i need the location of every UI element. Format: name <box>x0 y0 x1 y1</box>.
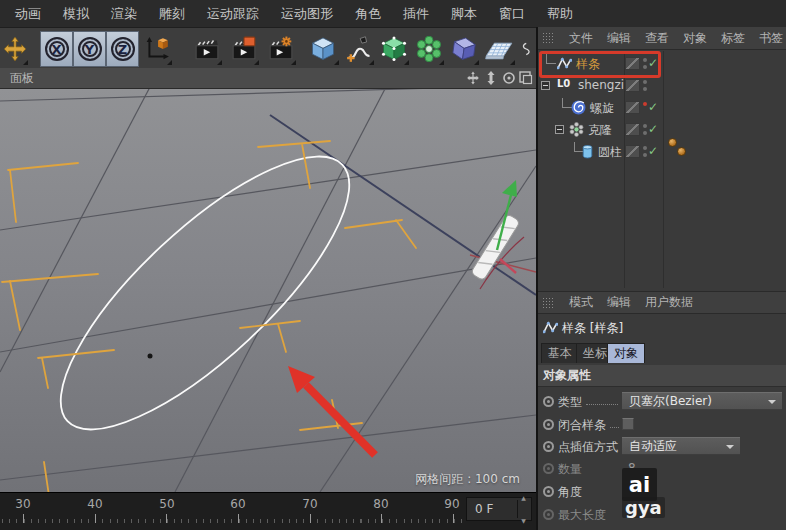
om-menu-tags[interactable]: 标签 <box>721 30 745 47</box>
menu-window[interactable]: 窗口 <box>499 5 525 23</box>
close-spline-checkbox[interactable] <box>622 418 634 430</box>
menu-animate[interactable]: 动画 <box>15 5 41 23</box>
menu-character[interactable]: 角色 <box>355 5 381 23</box>
axis-center-dot <box>148 354 153 359</box>
rope-segment-object[interactable] <box>471 180 524 289</box>
object-label-cylinder[interactable]: 圆柱 <box>598 144 622 161</box>
render-visibility-dot[interactable] <box>643 153 647 157</box>
layer-toggle[interactable] <box>625 123 640 136</box>
object-label-cloner[interactable]: 克隆 <box>588 122 612 139</box>
keyframe-ring-icon[interactable] <box>543 509 554 520</box>
ruler-tick-90: 90 <box>444 497 459 511</box>
bend-deformer-icon[interactable] <box>447 31 480 66</box>
spline-icon <box>543 320 558 335</box>
drag-grip-icon[interactable] <box>542 32 555 44</box>
tab-basic[interactable]: 基本 <box>541 343 579 363</box>
axis-lock-z-button[interactable]: Z <box>106 31 139 67</box>
menu-render[interactable]: 渲染 <box>111 5 137 23</box>
floor-icon[interactable] <box>482 31 516 66</box>
clipped-toolbar-icon[interactable] <box>520 31 535 66</box>
enabled-check-icon[interactable]: ✓ <box>648 122 658 136</box>
add-cube-icon[interactable] <box>306 31 340 66</box>
keyframe-ring-icon[interactable] <box>543 396 554 407</box>
object-label-shengzi[interactable]: shengzi <box>578 78 624 92</box>
attribute-object-title: 样条 [样条] <box>538 315 786 341</box>
axis-lock-y-button[interactable]: Y <box>73 31 106 67</box>
dolly-icon[interactable] <box>484 71 499 86</box>
right-panel: 文件 编辑 查看 对象 标签 书签 样条 ✓ L0 shengzi 螺旋 <box>536 27 786 530</box>
om-menu-objects[interactable]: 对象 <box>683 30 707 47</box>
editor-visibility-dot[interactable] <box>643 146 647 150</box>
coordinate-system-icon[interactable] <box>140 31 173 66</box>
am-menu-edit[interactable]: 编辑 <box>607 294 631 311</box>
maximize-icon[interactable] <box>519 71 534 86</box>
keyframe-ring-icon[interactable] <box>543 486 554 497</box>
layer-toggle[interactable] <box>625 145 640 158</box>
om-menu-bookmarks[interactable]: 书签 <box>759 30 783 47</box>
menu-mograph[interactable]: 运动图形 <box>281 5 333 23</box>
helix-icon <box>571 100 586 115</box>
object-row-cloner[interactable]: 克隆 ✓ <box>538 119 786 141</box>
keyframe-ring-icon[interactable] <box>543 463 554 474</box>
keyframe-ring-icon[interactable] <box>543 441 554 452</box>
annotation-arrow <box>288 366 375 455</box>
editor-visibility-dot[interactable] <box>643 80 647 84</box>
am-menu-mode[interactable]: 模式 <box>569 294 593 311</box>
viewport-title[interactable]: 面板 <box>10 68 34 88</box>
frame-stepper[interactable]: ▲▼ <box>517 500 529 518</box>
pan-icon[interactable] <box>466 71 481 86</box>
menu-help[interactable]: 帮助 <box>547 5 573 23</box>
enabled-check-icon[interactable]: ✓ <box>648 100 658 114</box>
render-visibility-dot[interactable] <box>643 131 647 135</box>
menu-simulate[interactable]: 模拟 <box>63 5 89 23</box>
material-tag-icon[interactable] <box>668 138 677 147</box>
enabled-check-icon[interactable]: ✓ <box>648 144 658 158</box>
axis-lock-x-button[interactable]: X <box>40 31 73 67</box>
render-picture-viewer-icon[interactable] <box>227 31 260 66</box>
menu-sculpt[interactable]: 雕刻 <box>159 5 185 23</box>
om-menu-file[interactable]: 文件 <box>569 30 593 47</box>
collapse-toggle[interactable] <box>541 81 550 90</box>
axis-x-label: X <box>45 37 69 61</box>
rotate-icon[interactable] <box>502 71 517 86</box>
editor-visibility-dot[interactable] <box>643 124 647 128</box>
axis-y-label: Y <box>78 37 102 61</box>
tab-object[interactable]: 对象 <box>607 343 645 363</box>
type-dropdown[interactable]: 贝塞尔(Bezier) <box>622 392 782 410</box>
object-label-helix[interactable]: 螺旋 <box>590 100 614 117</box>
mograph-cloner-icon[interactable] <box>412 31 445 66</box>
move-tool-icon[interactable] <box>1 31 29 66</box>
keyframe-ring-icon[interactable] <box>543 419 554 430</box>
current-frame-field[interactable]: 0 F ▲▼ <box>466 497 532 521</box>
timeline-ruler[interactable]: 30 40 50 60 70 80 90 0 F ▲▼ <box>0 492 536 530</box>
menu-script[interactable]: 脚本 <box>451 5 477 23</box>
menu-motion-tracker[interactable]: 运动跟踪 <box>207 5 259 23</box>
render-settings-icon[interactable] <box>264 31 297 66</box>
material-tag-icon[interactable] <box>677 147 686 156</box>
om-menu-edit[interactable]: 编辑 <box>607 30 631 47</box>
spline-pen-icon[interactable] <box>342 31 375 66</box>
om-menu-view[interactable]: 查看 <box>645 30 669 47</box>
object-row-helix[interactable]: 螺旋 ✓ <box>538 97 786 119</box>
menu-plugins[interactable]: 插件 <box>403 5 429 23</box>
spline-handles[interactable] <box>2 141 416 492</box>
y-axis-arrowhead[interactable] <box>502 180 517 197</box>
annotation-highlight-box <box>539 51 661 78</box>
collapse-toggle[interactable] <box>555 125 564 134</box>
drag-grip-icon[interactable] <box>542 297 555 309</box>
layer-toggle[interactable] <box>625 79 640 92</box>
render-view-icon[interactable] <box>190 31 223 66</box>
null-icon: L0 <box>557 78 572 93</box>
am-menu-userdata[interactable]: 用户数据 <box>645 294 693 311</box>
render-visibility-dot[interactable] <box>643 87 647 91</box>
grid-spacing-label: 网格间距 : 100 cm <box>415 471 520 488</box>
object-row-shengzi[interactable]: L0 shengzi <box>538 75 786 97</box>
subdivision-surface-icon[interactable] <box>377 31 410 66</box>
interpolation-dropdown[interactable]: 自动适应 <box>622 437 740 455</box>
type-label: 类型 <box>558 394 582 411</box>
viewport-3d-canvas[interactable]: 网格间距 : 100 cm <box>0 89 536 492</box>
attribute-manager-menubar: 模式 编辑 用户数据 <box>538 291 786 314</box>
editor-visibility-dot-red[interactable] <box>643 102 647 106</box>
layer-toggle[interactable] <box>625 101 640 114</box>
object-row-cylinder[interactable]: 圆柱 ✓ <box>538 141 786 163</box>
